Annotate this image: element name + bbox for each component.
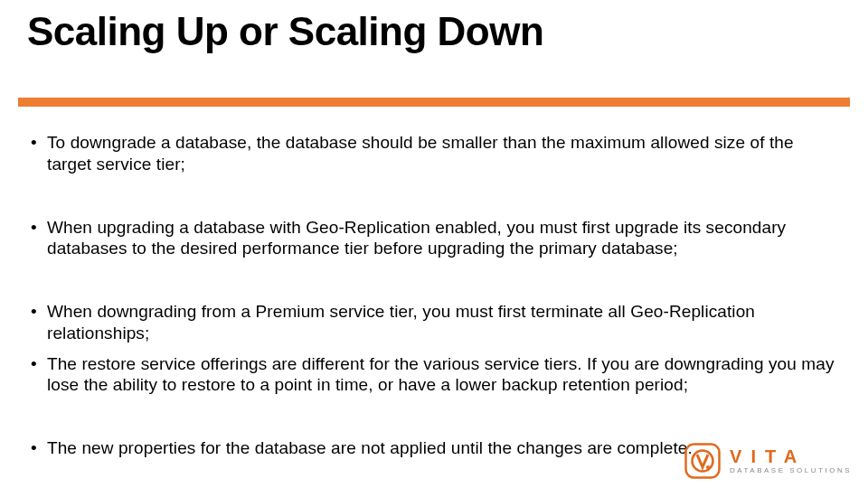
list-item: When downgrading from a Premium service … [27,301,841,344]
svg-rect-0 [686,445,720,478]
bullet-list: To downgrade a database, the database sh… [27,132,841,459]
slide-body: To downgrade a database, the database sh… [27,127,841,459]
brand-logo-text: VITA DATABASE SOLUTIONS [730,447,852,474]
list-item: To downgrade a database, the database sh… [27,132,841,175]
svg-point-2 [706,465,710,469]
title-underline [18,98,850,107]
list-item: When upgrading a database with Geo-Repli… [27,217,841,260]
list-item: The restore service offerings are differ… [27,353,841,397]
brand-name: VITA [730,447,852,465]
slide: Scaling Up or Scaling Down To downgrade … [0,0,868,488]
vita-logo-icon [684,443,721,479]
brand-logo: VITA DATABASE SOLUTIONS [684,443,852,479]
brand-subtitle: DATABASE SOLUTIONS [730,467,852,474]
slide-title: Scaling Up or Scaling Down [27,9,543,54]
